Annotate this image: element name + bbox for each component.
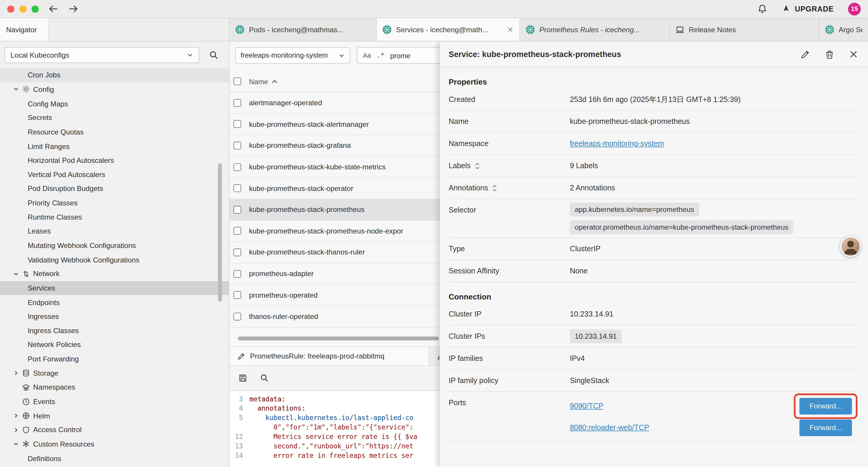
chevron-right-icon[interactable] — [13, 413, 22, 418]
sidebar-item-horizontal-pod-autoscalers[interactable]: Horizontal Pod Autoscalers — [0, 153, 229, 167]
close-icon[interactable] — [849, 50, 858, 59]
property-value: IPv4 — [570, 354, 859, 362]
sidebar-item-cron-jobs[interactable]: Cron Jobs — [0, 68, 229, 82]
row-checkbox[interactable] — [234, 120, 241, 128]
sidebar-item-port-forwarding[interactable]: Port Forwarding — [0, 352, 229, 366]
sidebar-item-namespaces[interactable]: Namespaces — [0, 380, 229, 395]
namespace-link[interactable]: freeleaps-monitoring-system — [570, 140, 664, 148]
tab-release-notes[interactable]: Release Notes — [670, 18, 819, 41]
sidebar-scrollbar[interactable] — [218, 163, 222, 301]
tab-pods-icecheng-mathmas[interactable]: Pods - icecheng@mathmas... — [229, 18, 377, 41]
sidebar-item-vertical-pod-autoscalers[interactable]: Vertical Pod Autoscalers — [0, 167, 229, 181]
edit-icon[interactable] — [801, 50, 810, 59]
chevron-down-icon[interactable] — [13, 87, 22, 92]
name-column-header[interactable]: Name — [249, 77, 278, 85]
property-row-session-affinity: Session AffinityNone — [449, 260, 859, 282]
dock-tab-prometheusrule[interactable]: PrometheusRule: freeleaps-prod-rabbitmq — [229, 347, 429, 365]
user-avatar[interactable] — [840, 236, 861, 257]
property-label: Type — [449, 245, 465, 253]
edit-icon — [237, 352, 245, 360]
port-link-9090-tcp[interactable]: 9090/TCP — [570, 402, 603, 410]
sidebar-item-validating-webhook-configurations[interactable]: Validating Webhook Configurations — [0, 253, 229, 267]
row-checkbox[interactable] — [234, 142, 241, 149]
chevron-down-icon[interactable] — [13, 441, 22, 447]
namespace-selector[interactable]: freeleaps-monitoring-system — [235, 47, 350, 63]
sidebar-item-mutating-webhook-configurations[interactable]: Mutating Webhook Configurations — [0, 238, 229, 253]
sidebar-search-icon[interactable] — [209, 50, 219, 60]
sidebar-item-leases[interactable]: Leases — [0, 224, 229, 238]
sidebar-item-storage[interactable]: Storage — [0, 366, 229, 380]
sidebar-item-definitions[interactable]: Definitions — [0, 451, 229, 466]
sidebar-item-config-maps[interactable]: Config Maps — [0, 96, 229, 111]
row-checkbox[interactable] — [234, 163, 241, 171]
notification-count-badge[interactable]: 15 — [848, 2, 861, 15]
property-label: Annotations — [449, 184, 488, 192]
tab-label: Release Notes — [689, 25, 813, 34]
row-checkbox[interactable] — [234, 249, 241, 256]
select-all-checkbox[interactable] — [234, 78, 241, 85]
property-value: kube-prometheus-stack-prometheus — [570, 117, 859, 126]
sidebar-item-services[interactable]: Services — [0, 281, 229, 295]
sidebar-item-endpoints[interactable]: Endpoints — [0, 295, 229, 310]
forward-button[interactable]: Forward... — [800, 419, 852, 436]
sidebar-item-network-policies[interactable]: Network Policies — [0, 338, 229, 352]
regex-toggle[interactable]: .* — [377, 52, 385, 59]
service-name: kube-prometheus-stack-kube-state-metrics — [249, 163, 386, 171]
sidebar-item-network[interactable]: Network — [0, 267, 229, 281]
upgrade-button[interactable]: UPGRADE — [781, 4, 834, 13]
sidebar-item-resource-quotas[interactable]: Resource Quotas — [0, 125, 229, 139]
sidebar-item-priority-classes[interactable]: Priority Classes — [0, 196, 229, 210]
tab-close-icon[interactable] — [507, 27, 513, 32]
save-icon[interactable] — [239, 374, 247, 382]
port-link-8080-reloader-web-tcp[interactable]: 8080:reloader-web/TCP — [570, 423, 649, 432]
property-row-cluster-ip: Cluster IP10.233.14.91 — [449, 303, 859, 325]
chevron-right-icon[interactable] — [13, 427, 22, 433]
tab-prometheus-rules-icecheng[interactable]: Prometheus Rules - icecheng... — [520, 18, 670, 41]
tab-label: Argo Se — [839, 25, 863, 34]
notifications-bell-icon[interactable] — [757, 4, 767, 14]
line-number: 4 — [229, 404, 249, 413]
tab-label: Services - icecheng@math... — [396, 25, 500, 34]
tab-services-icecheng-math[interactable]: Services - icecheng@math... — [377, 18, 520, 41]
chevron-right-icon[interactable] — [13, 370, 22, 376]
property-value: SingleStack — [570, 376, 859, 384]
sidebar-item-runtime-classes[interactable]: Runtime Classes — [0, 210, 229, 224]
sidebar-item-access-control[interactable]: Access Control — [0, 423, 229, 437]
tab-argo-se[interactable]: Argo Se — [819, 18, 868, 41]
chevron-down-icon[interactable] — [13, 271, 22, 276]
row-checkbox[interactable] — [234, 227, 241, 235]
sidebar-item-events[interactable]: Events — [0, 395, 229, 409]
sort-toggle-icon[interactable] — [474, 163, 480, 169]
row-checkbox[interactable] — [234, 270, 241, 278]
sidebar-item-helm[interactable]: Helm — [0, 409, 229, 423]
row-checkbox[interactable] — [234, 206, 241, 213]
kubeconfig-selector[interactable]: Local Kubeconfigs — [4, 47, 199, 63]
row-checkbox[interactable] — [234, 291, 241, 299]
window-titlebar: UPGRADE 15 — [0, 0, 868, 18]
sidebar-item-pod-disruption-budgets[interactable]: Pod Disruption Budgets — [0, 181, 229, 196]
minimize-window-button[interactable] — [20, 5, 27, 12]
close-window-button[interactable] — [7, 5, 14, 12]
sort-toggle-icon[interactable] — [492, 184, 498, 191]
delete-icon[interactable] — [825, 50, 834, 59]
sidebar-item-ingresses[interactable]: Ingresses — [0, 310, 229, 324]
sidebar-item-limit-ranges[interactable]: Limit Ranges — [0, 139, 229, 153]
row-checkbox[interactable] — [234, 99, 241, 107]
maximize-window-button[interactable] — [32, 5, 39, 12]
forward-button[interactable]: Forward... — [800, 398, 852, 414]
back-icon[interactable] — [48, 5, 59, 13]
match-case-toggle[interactable]: Aa — [363, 52, 371, 59]
sidebar-item-config[interactable]: Config — [0, 82, 229, 96]
editor-search-icon[interactable] — [260, 374, 269, 382]
sidebar-item-ingress-classes[interactable]: Ingress Classes — [0, 324, 229, 338]
horizontal-scrollbar[interactable] — [238, 337, 439, 340]
forward-icon[interactable] — [68, 5, 79, 13]
sidebar-item-secrets[interactable]: Secrets — [0, 111, 229, 125]
sidebar-item-custom-resources[interactable]: Custom Resources — [0, 437, 229, 451]
row-checkbox[interactable] — [234, 184, 241, 192]
navigator-tab[interactable]: Navigator — [0, 18, 49, 41]
sidebar-item-label: Priority Classes — [28, 199, 78, 207]
property-row-annotations: Annotations2 Annotations — [449, 177, 859, 199]
row-checkbox[interactable] — [234, 313, 241, 320]
property-label: IP families — [449, 354, 483, 362]
